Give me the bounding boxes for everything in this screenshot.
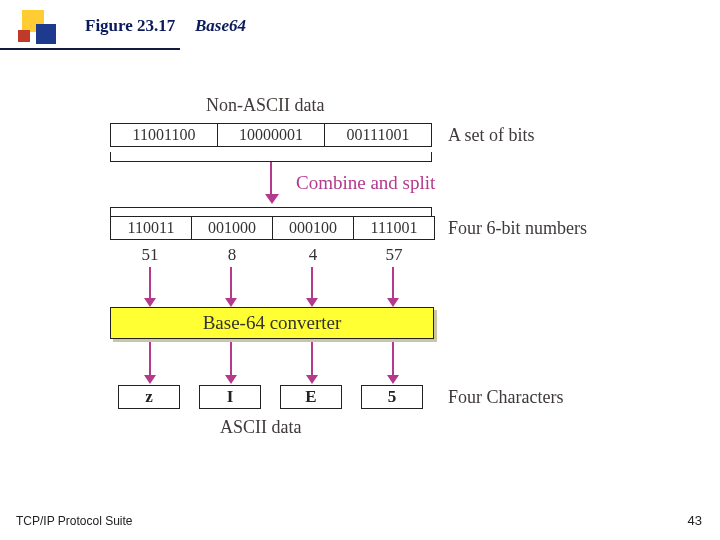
footer-source: TCP/IP Protocol Suite <box>16 514 133 528</box>
figure-title: Base64 <box>195 16 246 36</box>
arrow-down-icon <box>230 342 232 376</box>
title-underline <box>0 48 180 50</box>
bits6-cell: 000100 <box>272 216 354 240</box>
figure-number: Figure 23.17 <box>85 16 175 36</box>
char-cell: I <box>199 385 261 409</box>
bits6-cell: 110011 <box>110 216 192 240</box>
arrow-head-icon <box>144 298 156 307</box>
converter-label: Base-64 converter <box>111 312 433 334</box>
label-combine-split: Combine and split <box>296 172 435 194</box>
arrow-down-icon <box>311 342 313 376</box>
arrow-down-icon <box>230 267 232 299</box>
arrow-down-icon <box>392 267 394 299</box>
label-set-of-bits: A set of bits <box>448 125 535 146</box>
brace-top <box>110 152 432 162</box>
brace-bottom <box>110 207 432 216</box>
base64-converter-box: Base-64 converter <box>110 307 434 339</box>
arrow-down-icon <box>149 342 151 376</box>
bits8-cell: 10000001 <box>217 123 325 147</box>
arrow-head-icon <box>306 375 318 384</box>
arrow-head-icon <box>225 375 237 384</box>
base64-diagram: Non-ASCII data A set of bits 11001100 10… <box>110 95 640 465</box>
arrow-head-icon <box>306 298 318 307</box>
char-cell: 5 <box>361 385 423 409</box>
arrow-head-icon <box>225 298 237 307</box>
bits8-cell: 11001100 <box>110 123 218 147</box>
arrow-combine-head <box>265 194 279 204</box>
char-cell: E <box>280 385 342 409</box>
slide-logo <box>18 10 54 46</box>
label-four-chars: Four Characters <box>448 387 563 408</box>
decimal-value: 57 <box>364 245 424 265</box>
decimal-value: 4 <box>283 245 343 265</box>
char-cell: z <box>118 385 180 409</box>
decimal-value: 51 <box>120 245 180 265</box>
arrow-down-icon <box>149 267 151 299</box>
arrow-head-icon <box>144 375 156 384</box>
bits6-cell: 001000 <box>191 216 273 240</box>
bits6-cell: 111001 <box>353 216 435 240</box>
arrow-down-icon <box>311 267 313 299</box>
label-four-6bit: Four 6-bit numbers <box>448 218 587 239</box>
arrow-head-icon <box>387 298 399 307</box>
arrow-down-icon <box>392 342 394 376</box>
arrow-combine <box>270 162 272 196</box>
decimal-value: 8 <box>202 245 262 265</box>
footer-page-number: 43 <box>688 513 702 528</box>
label-non-ascii: Non-ASCII data <box>206 95 324 116</box>
arrow-head-icon <box>387 375 399 384</box>
label-ascii: ASCII data <box>220 417 301 438</box>
bits8-cell: 00111001 <box>324 123 432 147</box>
